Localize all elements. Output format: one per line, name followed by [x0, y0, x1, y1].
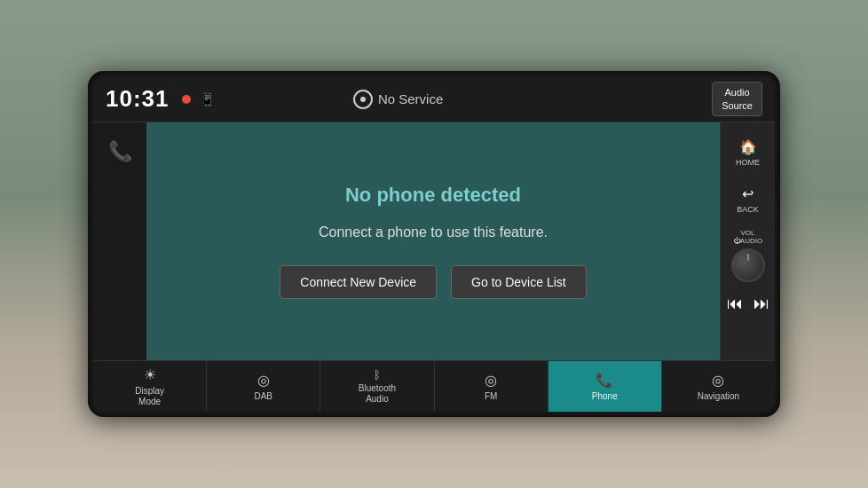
- back-label: BACK: [737, 205, 759, 215]
- audio-source-button[interactable]: AudioSource: [712, 82, 762, 116]
- skip-controls: ⏮ ⏭: [722, 289, 775, 319]
- skip-back-button[interactable]: ⏮: [727, 295, 743, 313]
- fm-icon: ◎: [485, 372, 497, 389]
- go-to-device-list-button[interactable]: Go to Device List: [451, 265, 587, 299]
- skip-forward-button[interactable]: ⏭: [754, 295, 769, 313]
- clock-display: 10:31: [106, 85, 170, 113]
- dialog-panel: No phone detected Connect a phone to use…: [146, 122, 720, 360]
- home-icon: 🏠: [739, 138, 757, 155]
- left-panel: 📞: [93, 122, 146, 360]
- nav-navigation[interactable]: ◎ Navigation: [662, 361, 775, 412]
- status-bar: 10:31 📱 No Service AudioSource: [93, 76, 775, 122]
- no-service-label: No Service: [378, 91, 443, 106]
- nav-fm[interactable]: ◎ FM: [435, 361, 548, 412]
- dashboard-background: 10:31 📱 No Service AudioSource 📞: [0, 0, 868, 488]
- dialog-buttons: Connect New Device Go to Device List: [280, 265, 586, 299]
- screen-bezel: 10:31 📱 No Service AudioSource 📞: [88, 71, 780, 417]
- audio-source-label: AudioSource: [722, 87, 753, 110]
- right-controls-panel: 🏠 HOME ↩ BACK VOL⏻AUDIO ⏮ ⏭: [720, 122, 775, 360]
- phone-nav-label: Phone: [592, 391, 618, 402]
- nav-display-mode[interactable]: ☀ DisplayMode: [93, 361, 207, 412]
- dab-icon: ◎: [257, 372, 270, 389]
- home-button[interactable]: 🏠 HOME: [723, 131, 773, 175]
- phone-status-icon: 📱: [200, 92, 215, 106]
- display-mode-icon: ☀: [144, 366, 156, 383]
- fm-label: FM: [485, 391, 497, 402]
- bluetooth-audio-label: BluetoothAudio: [359, 383, 396, 405]
- radio-signal-icon: [353, 90, 373, 109]
- nav-dab[interactable]: ◎ DAB: [207, 361, 320, 412]
- vol-label: VOL⏻AUDIO: [733, 229, 762, 246]
- dialog-title: No phone detected: [345, 184, 521, 207]
- bluetooth-icon: ᛒ: [371, 368, 383, 381]
- bottom-navigation-bar: ☀ DisplayMode ◎ DAB ᛒ BluetoothAudio ◎ F…: [93, 360, 775, 412]
- warning-indicator: [182, 95, 191, 104]
- volume-knob[interactable]: [731, 248, 765, 282]
- dialog-subtitle: Connect a phone to use this feature.: [319, 224, 548, 240]
- connect-new-device-button[interactable]: Connect New Device: [280, 265, 437, 299]
- main-screen: 10:31 📱 No Service AudioSource 📞: [93, 76, 775, 412]
- display-mode-label: DisplayMode: [135, 386, 164, 407]
- back-button[interactable]: ↩ BACK: [723, 178, 773, 222]
- phone-receiver-icon: 📞: [108, 140, 132, 163]
- navigation-label: Navigation: [698, 391, 739, 402]
- volume-control[interactable]: VOL⏻AUDIO: [731, 229, 765, 282]
- navigation-icon: ◎: [712, 372, 724, 389]
- nav-phone[interactable]: 📞 Phone: [548, 361, 662, 412]
- phone-nav-icon: 📞: [596, 372, 613, 389]
- home-label: HOME: [736, 158, 760, 168]
- main-content-area: 📞 No phone detected Connect a phone to u…: [93, 122, 775, 360]
- nav-bluetooth-audio[interactable]: ᛒ BluetoothAudio: [320, 361, 434, 412]
- dab-label: DAB: [254, 391, 272, 402]
- no-service-area: No Service: [353, 90, 443, 109]
- back-icon: ↩: [742, 185, 754, 202]
